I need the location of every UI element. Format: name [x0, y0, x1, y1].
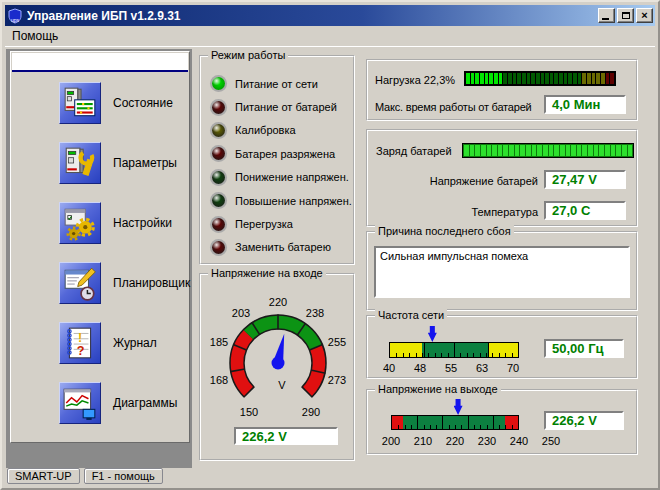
mode-led-list: Питание от сетиПитание от батарейКалибро… — [201, 57, 353, 259]
status-model: SMART-UP — [7, 468, 80, 484]
sidebar-item-status[interactable]: Состояние — [11, 78, 189, 128]
bar-segment — [559, 73, 563, 84]
mode-label: Питание от батарей — [235, 101, 337, 113]
mode-row: Перегрузка — [201, 212, 353, 235]
dial-unit-label: V — [278, 379, 285, 391]
load-bar-gauge — [464, 71, 616, 86]
minor-tick — [467, 353, 468, 357]
minor-tick — [499, 425, 500, 429]
sidebar-item-label: Планировщик — [113, 276, 190, 290]
bar-segment — [494, 73, 498, 84]
output-voltage-title: Напряжение на выходе — [375, 383, 501, 395]
bar-segment — [554, 145, 559, 156]
minor-tick — [474, 425, 475, 429]
minor-tick — [486, 353, 487, 357]
bar-segment — [522, 73, 526, 84]
svg-text:ups: ups — [11, 16, 20, 22]
settings-icon — [59, 202, 101, 244]
diagrams-icon — [59, 382, 101, 424]
mode-label: Питание от сети — [235, 78, 318, 90]
minor-tick — [449, 425, 450, 429]
maximize-button[interactable] — [617, 8, 634, 23]
dial-tick-label: 290 — [302, 406, 320, 418]
bar-segment — [543, 145, 548, 156]
scale-label: 230 — [478, 435, 496, 447]
bar-segment — [587, 73, 591, 84]
bar-segment — [536, 73, 540, 84]
led-indicator-off — [212, 124, 225, 137]
bar-segment — [492, 145, 497, 156]
led-indicator-off — [212, 171, 225, 184]
bar-segment — [517, 73, 521, 84]
bar-segment — [610, 73, 614, 84]
mode-label: Калибровка — [235, 124, 296, 136]
battery-voltage-value: 27,47 V — [544, 170, 626, 189]
minor-tick — [455, 425, 456, 429]
minor-tick — [480, 353, 481, 357]
frequency-title: Частота сети — [375, 309, 447, 321]
bar-segment — [520, 145, 525, 156]
minor-tick — [461, 425, 462, 429]
minor-tick — [409, 353, 410, 357]
sidebar-item-scheduler[interactable]: Планировщик — [11, 258, 189, 308]
dial-tick-label: 185 — [210, 336, 228, 348]
sidebar-item-diagrams[interactable]: Диаграммы — [11, 378, 189, 428]
sidebar-item-label: Диаграммы — [113, 396, 177, 410]
fault-groupbox: Причина последнего сбоя Сильная импульсн… — [366, 231, 638, 311]
close-icon: × — [641, 10, 647, 21]
minor-tick — [441, 353, 442, 357]
load-label: Нагрузка 22,3% — [375, 74, 455, 86]
bar-segment — [531, 73, 535, 84]
minor-tick — [416, 353, 417, 357]
bar-segment — [588, 145, 593, 156]
bar-segment — [573, 73, 577, 84]
minor-tick — [473, 353, 474, 357]
bar-segment — [582, 145, 587, 156]
mode-label: Заменить батарею — [235, 241, 331, 253]
bar-segment — [499, 73, 503, 84]
minor-tick — [436, 425, 437, 429]
bar-segment — [577, 145, 582, 156]
close-button[interactable]: × — [636, 8, 653, 23]
status-bar: SMART-UP F1 - помощь — [5, 466, 655, 485]
bar-segment — [554, 73, 558, 84]
bar-segment — [475, 145, 480, 156]
scale-label: 40 — [383, 362, 395, 374]
battery-voltage-label: Напряжение батарей — [430, 175, 538, 187]
runtime-value: 4,0 Мин — [544, 95, 626, 114]
minor-tick — [403, 353, 404, 357]
value-pointer — [454, 399, 463, 415]
dial-tick-label: 203 — [232, 307, 250, 319]
svg-text:?: ? — [77, 344, 85, 358]
temperature-value: 27,0 C — [544, 201, 626, 220]
mode-row: Калибровка — [201, 119, 353, 142]
minimize-button[interactable] — [598, 8, 615, 23]
mode-row: Заменить батарею — [201, 236, 353, 259]
minor-tick — [505, 353, 506, 357]
bar-segment — [503, 145, 508, 156]
minor-tick — [492, 353, 493, 357]
fault-title: Причина последнего сбоя — [375, 225, 514, 237]
scale-label: 200 — [382, 435, 400, 447]
led-indicator-off — [212, 101, 225, 114]
menu-help[interactable]: Помощь — [5, 27, 65, 45]
sidebar-panel: Состояние — [10, 51, 190, 443]
bar-segment — [475, 73, 479, 84]
output-voltage-groupbox: Напряжение на выходе 226,2 V 20021022023… — [366, 389, 638, 455]
bar-segment — [578, 73, 582, 84]
mode-row: Понижение напряжен. — [201, 166, 353, 189]
major-tick — [493, 416, 494, 429]
bar-segment — [550, 73, 554, 84]
bar-segment — [509, 145, 514, 156]
battery-charge-label: Заряд батарей — [376, 145, 452, 157]
led-indicator-off — [212, 241, 225, 254]
led-indicator-off — [212, 194, 225, 207]
bar-segment — [611, 145, 616, 156]
sidebar-item-journal[interactable]: ! ? Журнал — [11, 318, 189, 368]
led-indicator-off — [212, 218, 225, 231]
sidebar-item-parameters[interactable]: Параметры — [11, 138, 189, 188]
bar-segment — [582, 73, 586, 84]
minor-tick — [505, 425, 506, 429]
major-tick — [488, 343, 489, 357]
sidebar-item-settings[interactable]: Настройки — [11, 198, 189, 248]
